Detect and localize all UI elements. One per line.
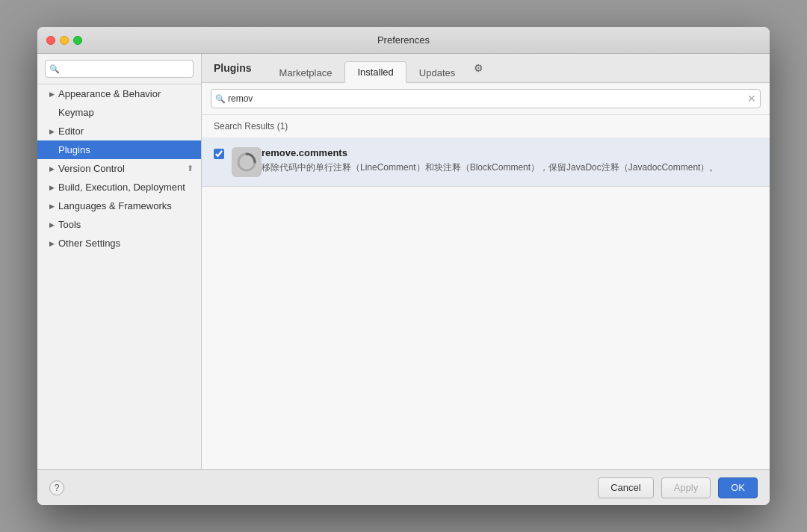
plugins-search-input[interactable] <box>211 89 761 108</box>
plugin-description: 移除代码中的单行注释（LineComment）和块注释（BlockComment… <box>262 161 758 174</box>
sidebar-item-label: Plugins <box>58 144 194 155</box>
bottom-bar: ? Cancel Apply OK <box>37 469 770 505</box>
plugins-tabs: Marketplace Installed Updates <box>267 61 469 82</box>
arrow-icon: ▶ <box>48 202 55 210</box>
tab-installed[interactable]: Installed <box>344 61 406 83</box>
gear-icon[interactable]: ⚙ <box>474 62 483 81</box>
arrow-icon: ▶ <box>48 221 55 229</box>
main-content: 🔍 ▶ Appearance & Behavior Keymap ▶ Edito… <box>37 54 770 469</box>
plugins-title: Plugins <box>214 62 252 81</box>
sidebar-item-build[interactable]: ▶ Build, Execution, Deployment <box>37 178 201 197</box>
arrow-icon: ▶ <box>48 90 55 98</box>
right-panel: Plugins Marketplace Installed Updates ⚙ <box>202 54 770 469</box>
traffic-lights <box>46 36 82 45</box>
sidebar-search-input[interactable] <box>45 60 194 78</box>
window-title: Preferences <box>377 34 430 46</box>
sidebar-item-label: Other Settings <box>58 238 194 249</box>
sidebar-item-label: Version Control <box>58 163 184 174</box>
tab-marketplace[interactable]: Marketplace <box>267 62 345 83</box>
sidebar-item-languages[interactable]: ▶ Languages & Frameworks <box>37 197 201 215</box>
plugin-name: remove.comments <box>262 147 758 158</box>
plugins-content: Search Results (1) remove.comments 移除代码中… <box>202 115 770 469</box>
tab-updates[interactable]: Updates <box>406 62 468 83</box>
plugins-search-bar: 🔍 ✕ <box>202 83 770 115</box>
ok-button[interactable]: OK <box>718 477 758 498</box>
sidebar-item-keymap[interactable]: Keymap <box>37 103 201 122</box>
arrow-icon: ▶ <box>48 165 55 173</box>
sidebar-item-label: Build, Execution, Deployment <box>58 182 194 193</box>
sidebar-item-label: Appearance & Behavior <box>58 88 194 99</box>
sidebar-search-icon: 🔍 <box>49 64 60 74</box>
bottom-right: Cancel Apply OK <box>598 477 758 498</box>
plugin-icon-svg <box>236 152 257 173</box>
sidebar-item-label: Keymap <box>58 107 194 118</box>
sidebar-item-editor[interactable]: ▶ Editor <box>37 122 201 140</box>
sidebar-item-label: Tools <box>58 219 194 230</box>
plugin-info: remove.comments 移除代码中的单行注释（LineComment）和… <box>262 147 758 174</box>
close-button[interactable] <box>46 36 55 45</box>
sidebar-item-plugins[interactable]: Plugins <box>37 140 201 159</box>
bottom-left: ? <box>49 480 64 495</box>
version-control-badge: ⬆ <box>187 164 194 173</box>
plugins-search-icon: 🔍 <box>215 94 226 104</box>
search-results-label: Search Results (1) <box>202 115 770 138</box>
sidebar-item-version-control[interactable]: ▶ Version Control ⬆ <box>37 159 201 178</box>
preferences-window: Preferences 🔍 ▶ Appearance & Behavior Ke… <box>37 27 770 505</box>
sidebar-item-label: Editor <box>58 126 194 137</box>
arrow-icon: ▶ <box>48 128 55 135</box>
cancel-button[interactable]: Cancel <box>598 477 653 498</box>
sidebar-search-container: 🔍 <box>37 54 201 84</box>
arrow-icon: ▶ <box>48 240 55 247</box>
plugin-checkbox[interactable] <box>214 149 224 159</box>
sidebar: 🔍 ▶ Appearance & Behavior Keymap ▶ Edito… <box>37 54 202 469</box>
plugins-search-clear-icon[interactable]: ✕ <box>747 93 756 104</box>
sidebar-search-wrapper: 🔍 <box>45 60 194 78</box>
sidebar-item-other-settings[interactable]: ▶ Other Settings <box>37 234 201 253</box>
plugins-header: Plugins Marketplace Installed Updates ⚙ <box>202 54 770 83</box>
title-bar: Preferences <box>37 27 770 54</box>
sidebar-item-appearance[interactable]: ▶ Appearance & Behavior <box>37 84 201 103</box>
plugin-item[interactable]: remove.comments 移除代码中的单行注释（LineComment）和… <box>202 138 770 187</box>
arrow-icon: ▶ <box>48 184 55 191</box>
maximize-button[interactable] <box>73 36 82 45</box>
sidebar-item-label: Languages & Frameworks <box>58 200 194 211</box>
minimize-button[interactable] <box>60 36 69 45</box>
help-button[interactable]: ? <box>49 480 64 495</box>
apply-button[interactable]: Apply <box>661 477 711 498</box>
plugin-icon <box>232 147 262 177</box>
plugins-search-wrapper: 🔍 ✕ <box>211 89 761 108</box>
sidebar-item-tools[interactable]: ▶ Tools <box>37 215 201 234</box>
